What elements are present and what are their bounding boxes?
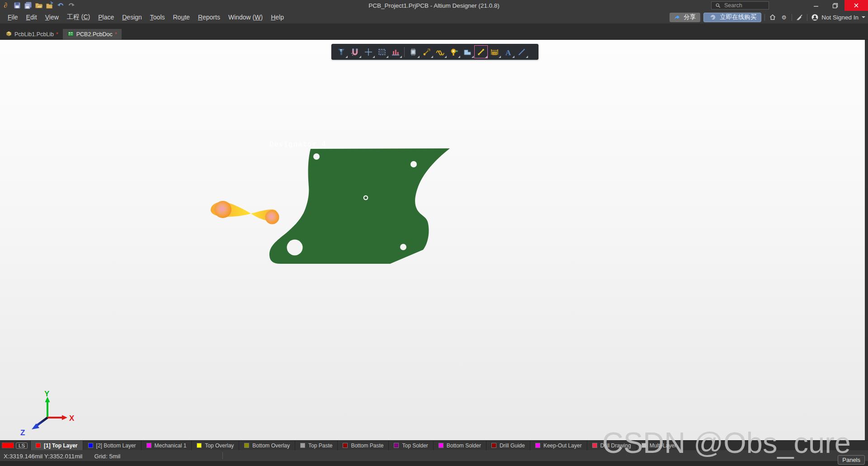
layer-tab-top-overlay[interactable]: Top Overlay (192, 441, 239, 450)
buy-online-icon (708, 13, 717, 22)
menu-design[interactable]: Design (118, 12, 146, 22)
filter-tool-button[interactable]: T (335, 45, 348, 58)
solder-ball-left (214, 201, 231, 218)
user-icon (811, 13, 819, 22)
pcb-board-shape[interactable] (269, 148, 450, 264)
minimize-button[interactable] (807, 0, 826, 11)
layer-color-swatch (197, 443, 202, 448)
toolbar-divider (404, 47, 405, 57)
differential-pair-tool-button[interactable] (434, 45, 447, 58)
menu-place[interactable]: Place (94, 12, 118, 22)
menu-c[interactable]: 工程 (C) (63, 12, 94, 23)
menu-reports[interactable]: Reports (194, 12, 224, 22)
layer-label: Drill Guide (500, 442, 525, 449)
move-crosshair-tool-button[interactable] (362, 45, 375, 58)
window-controls (807, 0, 868, 11)
open-document-icon[interactable] (45, 1, 54, 10)
dropdown-triangle-icon (526, 56, 528, 58)
line-tool-button[interactable] (515, 45, 528, 58)
layer-sets-button[interactable]: LS (16, 442, 28, 449)
layer-tab-bottom-solder[interactable]: Bottom Solder (434, 441, 486, 450)
layer-tab-drill-guide[interactable]: Drill Guide (486, 441, 530, 450)
placement-bars-tool-button[interactable] (389, 45, 402, 58)
account-menu[interactable]: Not Signed In (811, 13, 865, 22)
save-icon[interactable] (13, 1, 21, 10)
share-label: 分享 (684, 13, 696, 21)
dropdown-triangle-icon (512, 56, 514, 58)
open-icon[interactable] (34, 1, 43, 10)
snap-magnet-tool-button[interactable] (348, 45, 362, 58)
restore-button[interactable] (826, 0, 844, 11)
modified-indicator: * (56, 31, 58, 38)
dropdown-triangle-icon (444, 56, 447, 58)
select-area-tool-button[interactable] (375, 45, 389, 58)
layer-sets-control[interactable]: LS (0, 441, 31, 450)
axis-indicator: Y X Z (20, 390, 75, 437)
layer-tab-drill-drawing[interactable]: Drill Drawing (587, 441, 637, 450)
home-icon[interactable] (768, 13, 777, 22)
divider (764, 14, 765, 21)
layer-tab--1-top-layer[interactable]: [1] Top Layer (31, 441, 83, 450)
buy-online-button[interactable]: 立即在线购买 (703, 13, 761, 22)
layer-color-swatch (394, 443, 399, 448)
menu-route[interactable]: Route (169, 12, 194, 22)
svg-text:∂: ∂ (4, 1, 7, 9)
document-tab-pcblib1.pcblib[interactable]: PcbLib1.PcbLib * (1, 29, 63, 39)
status-divider (222, 452, 223, 459)
menu-help[interactable]: Help (267, 12, 288, 22)
status-bar: X:3319.146mil Y:3352.011mil Grid: 5mil P… (0, 450, 868, 466)
layer-tab-top-solder[interactable]: Top Solder (389, 441, 433, 450)
layer-label: Bottom Overlay (252, 442, 290, 449)
trace-tool-button[interactable] (474, 45, 488, 58)
pen-slash-icon[interactable] (795, 13, 804, 22)
menu-file[interactable]: File (4, 12, 22, 22)
via-tool-button[interactable] (447, 45, 461, 58)
route-tool-button[interactable] (420, 45, 434, 58)
layer-label: [1] Top Layer (44, 442, 77, 449)
layer-tab-bottom-paste[interactable]: Bottom Paste (338, 441, 389, 450)
layer-color-swatch (300, 443, 305, 448)
layer-label: Bottom Solder (447, 442, 481, 449)
canvas-drawing: Designator 4 Y X Z (0, 40, 865, 440)
layer-tab-keep-out-layer[interactable]: Keep-Out Layer (530, 441, 587, 450)
layer-color-swatch (36, 443, 41, 448)
document-tab-pcb2.pcbdoc[interactable]: PCB2.PcbDoc * (63, 29, 122, 39)
divider (792, 14, 792, 21)
status-row: X:3319.146mil Y:3352.011mil Grid: 5mil (4, 452, 120, 461)
search-box[interactable]: Search (711, 1, 769, 10)
undo-icon[interactable] (56, 1, 65, 10)
polygon-pour-tool-button[interactable] (461, 45, 474, 58)
title-bar: ∂ PCB_Project1.PrjPCB - Altium Designer … (0, 0, 868, 11)
layer-tab-bottom-overlay[interactable]: Bottom Overlay (239, 441, 295, 450)
panels-button[interactable]: Panels (838, 455, 865, 465)
account-label: Not Signed In (821, 14, 859, 21)
dropdown-triangle-icon (386, 56, 388, 58)
dropdown-triangle-icon (400, 56, 402, 58)
layer-color-swatch (592, 443, 597, 448)
modified-indicator: * (115, 31, 117, 38)
layer-label: Drill Drawing (600, 442, 631, 449)
altium-logo-icon[interactable]: ∂ (2, 1, 10, 10)
redo-icon[interactable] (67, 1, 75, 10)
gear-icon[interactable]: ⚙ (780, 13, 788, 22)
menu-edit[interactable]: Edit (22, 12, 41, 22)
x-axis-arrowhead (62, 415, 67, 420)
dropdown-triangle-icon (431, 56, 433, 58)
menu-windoww[interactable]: Window (W) (224, 12, 267, 22)
menu-tools[interactable]: Tools (146, 12, 169, 22)
layer-tab-multi-layer[interactable]: Multi-Layer (637, 441, 682, 450)
layer-tab-top-paste[interactable]: Top Paste (295, 441, 338, 450)
share-button[interactable]: 分享 (670, 13, 700, 22)
component-tool-button[interactable] (406, 45, 420, 58)
menu-view[interactable]: View (41, 12, 63, 22)
quick-access-toolbar: ∂ (0, 1, 75, 10)
component-3d-body[interactable] (211, 201, 279, 224)
layer-tab--2-bottom-layer[interactable]: [2] Bottom Layer (83, 441, 142, 450)
layer-color-swatch (642, 443, 646, 448)
layer-tab-mechanical-1[interactable]: Mechanical 1 (142, 441, 192, 450)
save-all-icon[interactable] (24, 1, 32, 10)
close-button[interactable] (844, 0, 868, 11)
layer-color-swatch (88, 443, 93, 448)
text-string-tool-button[interactable]: A (501, 45, 515, 58)
dimension-tool-button[interactable]: 10 (488, 45, 501, 58)
